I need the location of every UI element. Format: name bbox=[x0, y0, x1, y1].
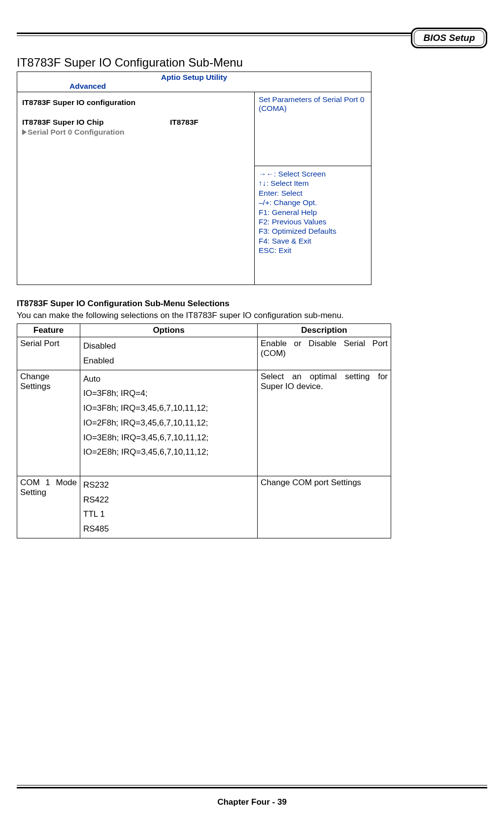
bios-help-text: Set Parameters of Serial Port 0 (COMA) bbox=[259, 95, 365, 112]
key-hint: F1: General Help bbox=[259, 208, 367, 217]
key-hint: –/+: Change Opt. bbox=[259, 198, 367, 207]
key-hint: F2: Previous Values bbox=[259, 217, 367, 226]
cell-options: RS232 RS422 TTL 1 RS485 bbox=[80, 476, 258, 538]
cell-description: Change COM port Settings bbox=[258, 476, 391, 538]
bios-active-tab[interactable]: Advanced bbox=[69, 82, 368, 91]
col-options: Options bbox=[80, 324, 258, 337]
table-row: Change Settings Auto IO=3F8h; IRQ=4; IO=… bbox=[17, 370, 391, 476]
bios-submenu-serial-port-0[interactable]: Serial Port 0 Configuration bbox=[22, 128, 249, 137]
table-header-row: Feature Options Description bbox=[17, 324, 391, 337]
bios-titlebar: Aptio Setup Utility Advanced bbox=[17, 72, 371, 92]
cell-options: Auto IO=3F8h; IRQ=4; IO=3F8h; IRQ=3,45,6… bbox=[80, 370, 258, 476]
footer-text: Chapter Four - 39 bbox=[17, 797, 487, 807]
table-row: Serial Port Disabled Enabled Enable or D… bbox=[17, 337, 391, 370]
cell-feature: Serial Port bbox=[17, 337, 80, 370]
header-badge: BIOS Setup bbox=[411, 28, 487, 48]
option-item: Auto bbox=[83, 372, 254, 387]
option-item: RS422 bbox=[83, 493, 254, 507]
option-item: Disabled bbox=[83, 339, 254, 354]
option-item: IO=2E8h; IRQ=3,45,6,7,10,11,12; bbox=[83, 445, 254, 460]
cell-description: Select an optimal setting for Super IO d… bbox=[258, 370, 391, 476]
col-description: Description bbox=[258, 324, 391, 337]
bios-config-heading: IT8783F Super IO configuration bbox=[22, 98, 249, 107]
footer-divider bbox=[17, 785, 487, 788]
option-item: IO=3F8h; IRQ=3,45,6,7,10,11,12; bbox=[83, 401, 254, 416]
key-hint: F3: Optimized Defaults bbox=[259, 226, 367, 236]
triangle-right-icon bbox=[22, 129, 27, 135]
key-hint: F4: Save & Exit bbox=[259, 236, 367, 246]
cell-feature: Change Settings bbox=[17, 370, 80, 476]
selections-heading: IT8783F Super IO Configuration Sub-Menu … bbox=[17, 299, 487, 309]
col-feature: Feature bbox=[17, 324, 80, 337]
table-row: COM 1 Mode Setting RS232 RS422 TTL 1 RS4… bbox=[17, 476, 391, 538]
bios-screen: Aptio Setup Utility Advanced IT8783F Sup… bbox=[17, 71, 371, 285]
bios-utility-title: Aptio Setup Utility bbox=[20, 73, 368, 82]
bios-chip-row: IT8783F Super IO Chip IT8783F bbox=[22, 118, 249, 127]
cell-feature: COM 1 Mode Setting bbox=[17, 476, 80, 538]
bios-help-panel: Set Parameters of Serial Port 0 (COMA) bbox=[255, 92, 371, 166]
option-item: RS232 bbox=[83, 478, 254, 493]
bios-chip-value: IT8783F bbox=[170, 118, 199, 127]
bios-chip-label: IT8783F Super IO Chip bbox=[22, 118, 170, 127]
page-title: IT8783F Super IO Configuration Sub-Menu bbox=[17, 56, 487, 70]
key-hint: →←: Select Screen bbox=[259, 169, 367, 178]
option-item: IO=3F8h; IRQ=4; bbox=[83, 386, 254, 401]
bios-key-legend: →←: Select Screen ↑↓: Select Item Enter:… bbox=[255, 166, 371, 285]
bios-main-panel: IT8783F Super IO configuration IT8783F S… bbox=[17, 92, 255, 285]
key-hint: Enter: Select bbox=[259, 188, 367, 198]
key-hint: ESC: Exit bbox=[259, 246, 367, 255]
cell-options: Disabled Enabled bbox=[80, 337, 258, 370]
option-item: IO=3E8h; IRQ=3,45,6,7,10,11,12; bbox=[83, 430, 254, 445]
page-header: BIOS Setup bbox=[17, 33, 487, 36]
bios-submenu-label: Serial Port 0 Configuration bbox=[28, 128, 124, 136]
option-item: Enabled bbox=[83, 354, 254, 368]
header-badge-text: BIOS Setup bbox=[414, 30, 484, 46]
page-footer: Chapter Four - 39 bbox=[17, 785, 487, 807]
selections-table: Feature Options Description Serial Port … bbox=[17, 323, 391, 538]
cell-description: Enable or Disable Serial Port (COM) bbox=[258, 337, 391, 370]
option-item: RS485 bbox=[83, 522, 254, 536]
option-item: TTL 1 bbox=[83, 507, 254, 522]
key-hint: ↑↓: Select Item bbox=[259, 178, 367, 188]
option-item: IO=2F8h; IRQ=3,45,6,7,10,11,12; bbox=[83, 416, 254, 430]
selections-intro: You can make the following selections on… bbox=[17, 311, 487, 320]
